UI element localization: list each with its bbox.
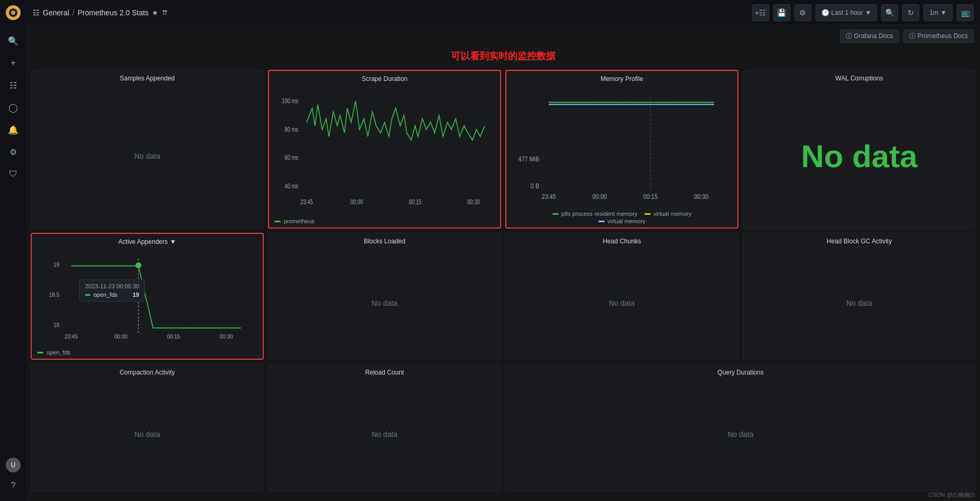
memory-legend3-label: virtual memory xyxy=(607,218,645,224)
memory-legend2-label: virtual memory xyxy=(653,211,691,217)
active-appenders-chart: 19 18.5 18 23:45 00:00 00:15 00:30 xyxy=(32,248,263,348)
head-block-gc-nodata: No data xyxy=(743,247,975,359)
svg-text:00:30: 00:30 xyxy=(694,193,708,200)
wal-corruptions-nodata: No data xyxy=(743,84,975,228)
info-icon: ⓘ xyxy=(846,32,852,41)
active-appenders-title: Active Appenders ▼ xyxy=(32,234,263,248)
security-icon[interactable]: 🛡 xyxy=(4,165,23,184)
head-chunks-panel: Head Chunks No data xyxy=(505,233,738,360)
grafana-docs-link[interactable]: ⓘ Grafana Docs xyxy=(840,30,899,43)
compaction-nodata: No data xyxy=(31,378,263,490)
scrape-legend-label: prometheus xyxy=(284,218,315,224)
appenders-legend-dot xyxy=(37,352,43,353)
alerting-icon[interactable]: 🔔 xyxy=(4,120,23,139)
query-durations-title: Query Durations xyxy=(506,365,975,378)
head-block-gc-panel: Head Block GC Activity No data xyxy=(743,233,976,360)
svg-text:40 ms: 40 ms xyxy=(285,183,299,189)
reload-count-panel: Reload Count No data xyxy=(268,364,501,491)
helpbar: ⓘ Grafana Docs ⓘ Prometheus Docs xyxy=(26,25,980,47)
user-avatar[interactable]: U xyxy=(6,458,21,472)
svg-text:18.5: 18.5 xyxy=(49,292,60,298)
blocks-loaded-panel: Blocks Loaded No data xyxy=(268,233,501,360)
svg-text:00:00: 00:00 xyxy=(350,198,363,205)
banner-text: 可以看到实时的监控数据 xyxy=(451,51,556,61)
breadcrumb: ☷ General / Prometheus 2.0 Stats ★ ⇈ xyxy=(33,8,168,17)
svg-text:23:45: 23:45 xyxy=(542,193,556,200)
compaction-title: Compaction Activity xyxy=(31,365,263,378)
svg-text:60 ms: 60 ms xyxy=(285,154,299,161)
reload-count-title: Reload Count xyxy=(269,365,501,378)
settings-icon[interactable]: ⚙ xyxy=(4,142,23,161)
memory-legend: p8s process resident memory virtual memo… xyxy=(506,209,737,227)
help-icon[interactable]: ? xyxy=(4,476,23,495)
samples-appended-title: Samples Appended xyxy=(31,70,263,84)
samples-appended-panel: Samples Appended No data xyxy=(31,70,264,229)
interval-label: 1m xyxy=(929,9,938,16)
share-icon[interactable]: ⇈ xyxy=(162,8,168,17)
clock-icon: 🕐 xyxy=(821,9,829,16)
memory-profile-chart: 477 MiB 0 B 23:45 00:00 00:15 00:30 xyxy=(506,85,737,209)
scrape-duration-panel: Scrape Duration 100 ms 80 ms 60 ms 40 ms… xyxy=(268,70,501,229)
active-appenders-chevron[interactable]: ▼ xyxy=(170,238,176,245)
svg-text:00:15: 00:15 xyxy=(409,198,422,205)
time-range-label: Last 1 hour xyxy=(831,9,863,16)
topbar: ☷ General / Prometheus 2.0 Stats ★ ⇈ +☷ … xyxy=(26,0,980,25)
svg-point-2 xyxy=(11,11,15,15)
dashboard-settings-btn[interactable]: ⚙ xyxy=(794,4,811,21)
grafana-logo[interactable] xyxy=(5,4,22,21)
tooltip-date: 2023-11-23 00:06:30 xyxy=(85,283,139,289)
blocks-loaded-nodata: No data xyxy=(269,247,501,359)
svg-text:00:00: 00:00 xyxy=(114,334,127,340)
memory-legend1-label: p8s process resident memory xyxy=(561,211,637,217)
active-appenders-tooltip: 2023-11-23 00:06:30 open_fds 19 xyxy=(79,279,145,302)
svg-text:23:45: 23:45 xyxy=(300,198,313,205)
svg-text:23:45: 23:45 xyxy=(64,334,78,340)
watermark: CSDN @白幽幽白 xyxy=(929,491,976,499)
compaction-panel: Compaction Activity No data xyxy=(31,364,264,491)
svg-text:00:30: 00:30 xyxy=(220,334,233,340)
svg-text:00:15: 00:15 xyxy=(643,193,658,200)
active-appenders-panel: Active Appenders ▼ 19 18.5 18 23:45 00:0… xyxy=(31,233,264,360)
tv-mode-btn[interactable]: 📺 xyxy=(957,4,974,21)
wal-corruptions-title: WAL Corruptions xyxy=(743,70,975,84)
topbar-actions: +☷ 💾 ⚙ 🕐 Last 1 hour ▼ 🔍 ↻ 1m ▼ 📺 xyxy=(752,4,974,21)
resize-handle[interactable]: ⌞ xyxy=(257,353,262,358)
svg-text:477 MiB: 477 MiB xyxy=(518,156,539,162)
save-btn[interactable]: 💾 xyxy=(773,4,790,21)
memory-legend2-dot xyxy=(644,213,651,215)
appenders-legend: open_fds xyxy=(32,348,263,359)
tooltip-row: open_fds 19 xyxy=(85,292,139,298)
svg-text:19: 19 xyxy=(53,262,59,268)
zoom-out-btn[interactable]: 🔍 xyxy=(881,4,898,21)
svg-text:0 B: 0 B xyxy=(531,183,540,189)
samples-appended-nodata: No data xyxy=(31,84,263,228)
interval-btn[interactable]: 1m ▼ xyxy=(923,4,953,21)
refresh-btn[interactable]: ↻ xyxy=(902,4,919,21)
svg-text:100 ms: 100 ms xyxy=(282,97,299,104)
tooltip-label: open_fds xyxy=(94,292,117,298)
head-chunks-nodata: No data xyxy=(506,247,738,359)
grid-icon: ☷ xyxy=(33,8,40,17)
query-durations-panel: Query Durations No data xyxy=(505,364,976,491)
memory-profile-title: Memory Profile xyxy=(506,71,737,85)
dashboard-grid: Samples Appended No data Scrape Duration… xyxy=(26,66,980,501)
memory-legend1-dot xyxy=(552,213,559,215)
breadcrumb-general[interactable]: General xyxy=(43,8,69,17)
add-panel-btn[interactable]: +☷ xyxy=(752,4,769,21)
svg-text:18: 18 xyxy=(53,322,59,327)
dashboards-icon[interactable]: ☷ xyxy=(4,76,23,95)
chevron-down-icon: ▼ xyxy=(865,9,872,16)
wal-corruptions-panel: WAL Corruptions No data xyxy=(743,70,976,229)
tooltip-value: 19 xyxy=(133,292,139,298)
time-range-btn[interactable]: 🕐 Last 1 hour ▼ xyxy=(816,4,877,21)
add-icon[interactable]: + xyxy=(4,53,23,72)
search-icon[interactable]: 🔍 xyxy=(4,31,23,50)
explore-icon[interactable]: ◯ xyxy=(4,98,23,117)
breadcrumb-separator: / xyxy=(72,8,75,17)
tooltip-dot xyxy=(85,294,90,296)
prometheus-docs-link[interactable]: ⓘ Prometheus Docs xyxy=(903,30,974,43)
memory-profile-panel: Memory Profile 477 MiB 0 B 23:45 00:00 0… xyxy=(505,70,738,229)
scrape-duration-title: Scrape Duration xyxy=(269,71,500,85)
active-appenders-title-text: Active Appenders xyxy=(118,238,168,245)
star-icon[interactable]: ★ xyxy=(152,8,159,17)
